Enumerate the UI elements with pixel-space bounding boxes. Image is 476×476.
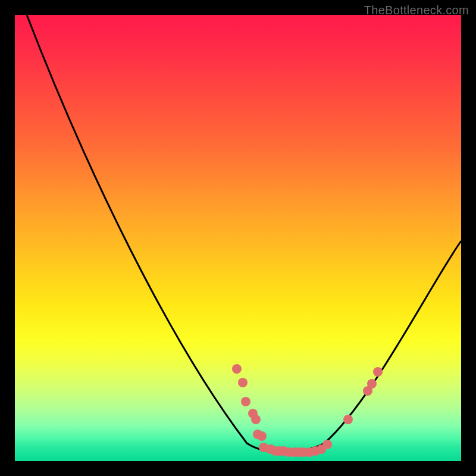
- chart-area: [15, 15, 461, 461]
- data-point: [367, 379, 377, 389]
- data-point: [257, 431, 267, 441]
- data-point: [373, 367, 383, 377]
- chart-svg: [15, 15, 461, 461]
- data-point: [251, 415, 261, 424]
- data-point: [322, 440, 332, 449]
- data-point: [241, 397, 250, 406]
- data-point: [232, 364, 242, 374]
- data-point: [238, 378, 248, 387]
- data-point: [343, 415, 353, 424]
- scatter-points: [232, 364, 383, 457]
